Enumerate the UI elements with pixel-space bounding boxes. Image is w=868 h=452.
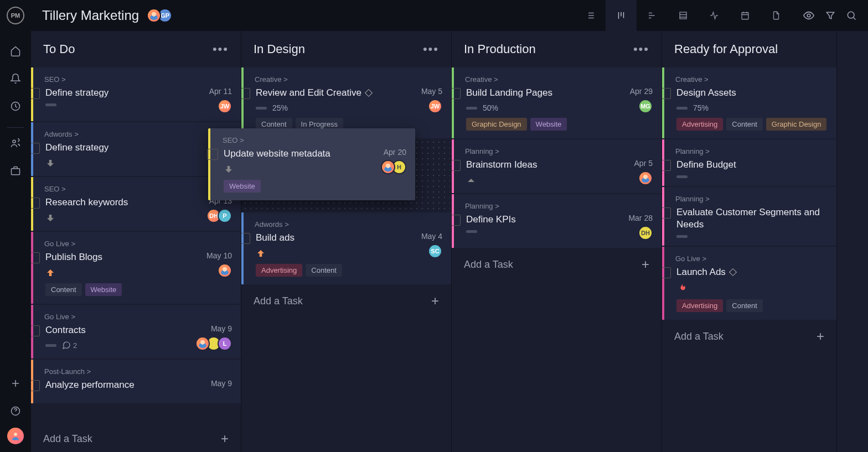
plus-icon[interactable]: [4, 372, 27, 394]
people-icon[interactable]: [4, 132, 27, 154]
priority-icon: [45, 213, 55, 223]
view-tabs: [575, 0, 792, 31]
card-category: Post-Launch >: [44, 367, 232, 376]
project-members[interactable]: GP: [147, 8, 172, 23]
task-checkbox[interactable]: [452, 88, 461, 99]
tag[interactable]: Content: [45, 283, 82, 296]
task-checkbox[interactable]: [31, 88, 40, 99]
task-checkbox[interactable]: [207, 149, 218, 160]
card-meta: 75%: [676, 103, 828, 112]
card-assignees[interactable]: DHP: [209, 209, 232, 223]
task-card[interactable]: Post-Launch >Analyze performanceMay 9: [31, 360, 241, 403]
add-task-button[interactable]: Add a Task+: [31, 425, 241, 452]
add-task-button[interactable]: Add a Task+: [241, 285, 451, 316]
card-date: Apr 5: [634, 159, 653, 168]
task-card[interactable]: Planning >Evaluate Customer Segments and…: [662, 187, 836, 246]
activity-view-tab[interactable]: [699, 0, 730, 31]
clock-icon[interactable]: [4, 95, 27, 117]
card-assignees[interactable]: MG: [630, 99, 653, 113]
task-checkbox[interactable]: [662, 207, 671, 219]
tag[interactable]: Website: [85, 283, 122, 296]
card-title: Review and Edit Creative: [256, 87, 416, 99]
task-card[interactable]: SEO >Define strategyApr 11JW: [31, 67, 241, 121]
card-assignees[interactable]: SC: [421, 244, 442, 258]
task-card[interactable]: Creative >Review and Edit Creative25%Con…: [241, 67, 451, 138]
tag[interactable]: Website: [530, 118, 567, 131]
tag[interactable]: Website: [224, 180, 261, 193]
task-card[interactable]: Go Live >Contracts 2May 9L: [31, 305, 241, 359]
help-icon[interactable]: [4, 400, 27, 422]
bell-icon[interactable]: [4, 67, 27, 90]
card-category: SEO >: [44, 75, 232, 84]
task-checkbox[interactable]: [452, 160, 461, 171]
task-checkbox[interactable]: [31, 143, 40, 154]
dragging-card[interactable]: SEO >Update website metadataWebsiteApr 2…: [208, 128, 415, 200]
calendar-view-tab[interactable]: [730, 0, 761, 31]
list-view-tab[interactable]: [575, 0, 606, 31]
card-category: Planning >: [675, 195, 828, 203]
card-title: Define strategy: [45, 142, 232, 154]
top-actions: [803, 9, 857, 22]
card-assignees[interactable]: L: [199, 336, 232, 351]
app-logo[interactable]: PM: [7, 7, 24, 24]
card-category: Planning >: [465, 147, 653, 155]
task-card[interactable]: Creative >Design Assets75%AdvertisingCon…: [662, 67, 836, 138]
tag[interactable]: Content: [726, 299, 763, 312]
card-assignees[interactable]: DH: [628, 226, 653, 240]
tag[interactable]: Advertising: [256, 264, 302, 277]
task-checkbox[interactable]: [662, 160, 671, 171]
milestone-icon: [365, 89, 373, 97]
user-avatar[interactable]: [7, 428, 24, 444]
tag[interactable]: Content: [726, 118, 763, 131]
task-checkbox[interactable]: [452, 215, 461, 226]
home-icon[interactable]: [4, 40, 27, 62]
card-assignees[interactable]: [206, 263, 232, 278]
filter-icon[interactable]: [825, 9, 836, 22]
task-checkbox[interactable]: [241, 233, 250, 244]
tag[interactable]: Content: [306, 264, 342, 277]
tag[interactable]: Graphic Design: [466, 118, 527, 131]
board-view-tab[interactable]: [606, 0, 637, 31]
task-card[interactable]: Creative >Build Landing Pages50%Graphic …: [452, 67, 662, 138]
task-card[interactable]: Adwords >Build adsAdvertisingContentMay …: [241, 212, 451, 284]
card-meta: 25%: [256, 103, 416, 112]
column-menu-icon[interactable]: •••: [213, 42, 229, 56]
card-date: May 10: [206, 251, 232, 260]
task-checkbox[interactable]: [31, 252, 40, 263]
task-card[interactable]: Planning >Define KPIsMar 28DH: [452, 194, 662, 248]
sheet-view-tab[interactable]: [668, 0, 699, 31]
tag[interactable]: Advertising: [676, 299, 723, 312]
task-checkbox[interactable]: [31, 380, 40, 391]
tag[interactable]: Advertising: [676, 118, 723, 131]
task-checkbox[interactable]: [662, 267, 671, 278]
task-card[interactable]: Go Live >Launch AdsAdvertisingContent: [662, 247, 836, 320]
topbar: Tillery Marketing GP: [31, 0, 868, 31]
briefcase-icon[interactable]: [4, 160, 27, 182]
card-assignees[interactable]: JW: [421, 99, 442, 113]
task-card[interactable]: Go Live >Publish BlogsContentWebsiteMay …: [31, 232, 241, 304]
search-icon[interactable]: [846, 9, 857, 22]
card-date: Apr 20: [384, 148, 406, 157]
card-meta: [676, 283, 828, 294]
add-task-button[interactable]: Add a Task+: [452, 249, 662, 280]
eye-icon[interactable]: [803, 9, 815, 22]
column-menu-icon[interactable]: •••: [423, 42, 439, 56]
task-checkbox[interactable]: [31, 325, 40, 336]
gantt-view-tab[interactable]: [637, 0, 668, 31]
tag[interactable]: Graphic Design: [766, 118, 827, 131]
task-card[interactable]: Planning >Brainstorm IdeasApr 5: [452, 139, 662, 193]
avatar: [195, 336, 210, 351]
card-assignees[interactable]: JW: [209, 99, 232, 113]
card-date: Apr 29: [630, 87, 653, 96]
svg-rect-6: [680, 12, 686, 19]
task-checkbox[interactable]: [31, 198, 40, 209]
priority-icon: [466, 175, 476, 185]
column-menu-icon[interactable]: •••: [633, 42, 649, 56]
file-view-tab[interactable]: [761, 0, 792, 31]
task-checkbox[interactable]: [662, 88, 671, 99]
task-card[interactable]: Planning >Define Budget: [662, 139, 836, 186]
card-assignees[interactable]: [634, 171, 653, 185]
card-title: Build ads: [256, 232, 416, 244]
task-checkbox[interactable]: [241, 88, 250, 99]
add-task-button[interactable]: Add a Task+: [662, 321, 836, 352]
